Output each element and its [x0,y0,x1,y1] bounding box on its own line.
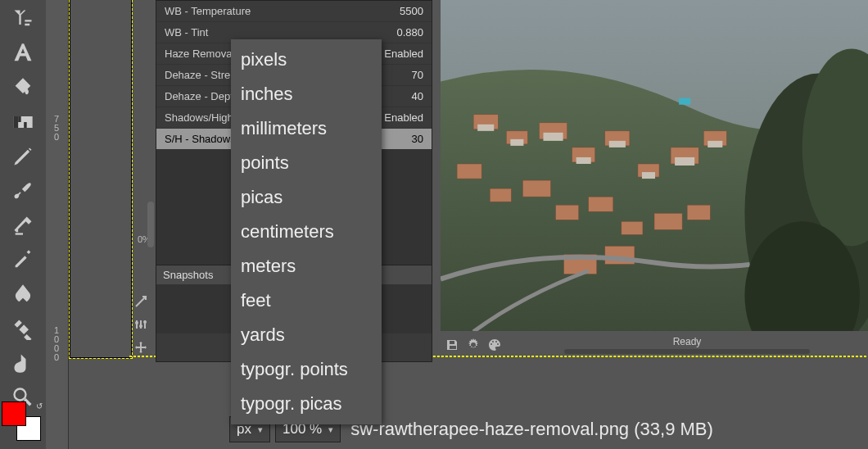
svg-rect-34 [708,141,722,147]
unit-option-yards[interactable]: yards [231,318,382,352]
unit-option-centimeters[interactable]: centimeters [231,215,382,249]
unit-popup-menu: pixels inches millimeters points picas c… [231,39,382,424]
status-text: Ready [673,336,702,347]
svg-rect-23 [654,213,682,229]
save-icon[interactable] [444,337,460,353]
svg-rect-2 [18,116,21,122]
svg-rect-27 [477,125,494,131]
svg-point-4 [15,389,26,401]
gradient-tool-icon[interactable] [7,107,38,138]
svg-rect-22 [622,221,643,234]
svg-rect-1 [13,116,18,128]
palette-icon[interactable] [486,337,503,353]
unit-option-points[interactable]: points [231,146,382,180]
ink-tool-icon[interactable] [7,279,38,310]
svg-rect-29 [543,133,563,141]
text-tool-icon[interactable] [7,38,38,69]
param-label: S/H - Shadows [165,133,236,145]
filename-label: sw-rawtherapee-haze-removal.png (33,9 MB… [350,419,713,440]
chevron-down-icon: ▾ [258,424,263,435]
chevron-down-icon: ▾ [328,424,333,435]
param-value: Enabled [384,48,423,60]
canvas-selection-border [69,0,133,359]
pencil-tool-icon[interactable] [7,141,38,172]
unit-option-millimeters[interactable]: millimeters [231,111,382,146]
sliders-icon[interactable] [133,316,149,333]
vertical-ruler: 7 5 0 1 0 0 0 [46,0,69,449]
svg-rect-18 [490,188,511,202]
unit-option-picas[interactable]: picas [231,180,382,215]
color-swatches[interactable]: ↺ [2,401,44,434]
bucket-fill-tool-icon[interactable] [7,72,38,103]
swap-colors-icon[interactable]: ↺ [36,401,43,410]
param-value: 0.880 [396,26,423,39]
unit-option-inches[interactable]: inches [231,77,382,111]
canvas-corner-tools [133,293,152,356]
paintbrush-tool-icon[interactable] [7,175,38,206]
foreground-color-swatch[interactable] [2,401,26,426]
unit-option-typogr-picas[interactable]: typogr. picas [231,387,382,421]
svg-rect-38 [679,98,690,105]
ruler-mark: 7 5 0 [54,115,59,142]
param-value: 40 [412,90,423,102]
add-path-icon[interactable] [133,293,149,310]
image-viewport[interactable] [441,0,868,331]
gear-icon[interactable] [465,337,481,353]
svg-point-7 [143,320,147,324]
smudge-tool-icon[interactable] [7,347,38,379]
param-value: 70 [412,69,423,81]
svg-rect-21 [589,197,613,211]
param-label: WB - Temperature [165,5,251,17]
ruler-mark: 1 0 0 0 [54,326,59,362]
eraser-tool-icon[interactable] [7,210,38,241]
svg-point-6 [139,324,142,328]
toolbox [0,0,46,449]
svg-rect-3 [24,122,26,128]
airbrush-tool-icon[interactable] [7,244,38,275]
svg-rect-28 [510,139,523,146]
param-label: Haze Removal [165,48,234,60]
progress-bar [564,349,810,354]
unit-option-meters[interactable]: meters [231,249,382,283]
unit-option-feet[interactable]: feet [231,283,382,318]
param-value: 30 [412,133,423,145]
clone-tool-icon[interactable] [7,3,38,34]
param-label: WB - Tint [165,26,208,39]
svg-rect-17 [457,164,481,179]
param-label: Dehaze - Depth [165,90,239,102]
unit-option-typogr-points[interactable]: typogr. points [231,352,382,387]
image-status-bar: Ready [441,334,866,356]
svg-rect-31 [609,141,626,147]
svg-rect-20 [556,205,579,220]
move-icon[interactable] [133,339,149,356]
svg-point-5 [135,321,138,324]
svg-rect-19 [522,180,550,197]
param-value: 5500 [400,5,423,17]
param-value: Enabled [384,111,423,124]
svg-rect-32 [642,172,655,179]
heal-tool-icon[interactable] [7,313,38,344]
snapshots-title: Snapshots [163,269,213,281]
svg-rect-33 [675,157,694,166]
svg-rect-24 [687,205,710,220]
unit-option-pixels[interactable]: pixels [231,43,382,77]
panel-scrollbar[interactable] [147,202,154,247]
history-row[interactable]: WB - Temperature 5500 [156,1,432,22]
svg-rect-30 [576,157,591,164]
